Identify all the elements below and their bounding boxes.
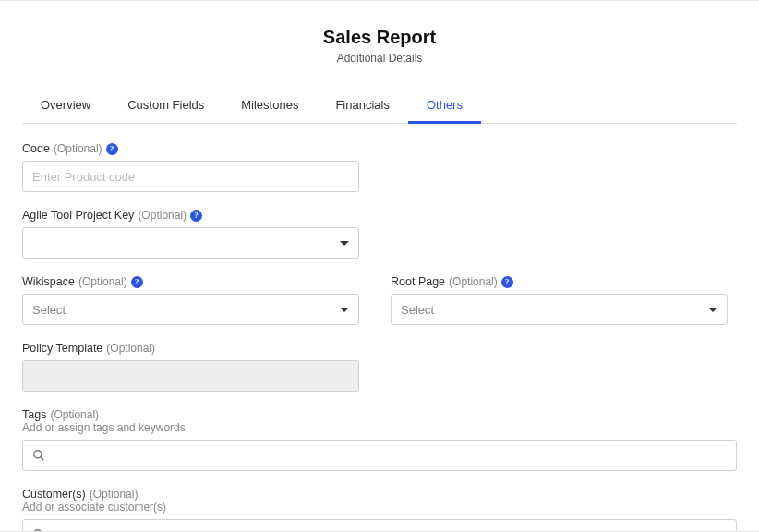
help-icon[interactable]: ? (131, 276, 143, 288)
root-page-select[interactable]: Select (391, 294, 728, 325)
wikispace-value: Select (32, 303, 66, 317)
svg-line-1 (41, 457, 44, 461)
tags-hint: Add or assign tags and keywords (22, 421, 737, 434)
help-icon[interactable]: ? (106, 143, 118, 155)
policy-template-optional: (Optional) (106, 342, 155, 355)
wikispace-optional: (Optional) (78, 275, 127, 288)
customers-input[interactable] (53, 520, 727, 532)
root-page-value: Select (401, 303, 434, 317)
page-title: Sales Report (22, 27, 737, 48)
agile-key-select[interactable] (22, 227, 359, 259)
customers-hint: Add or associate customer(s) (22, 501, 737, 514)
wikispace-label: Wikispace (22, 275, 75, 288)
tags-optional: (Optional) (50, 408, 99, 421)
root-page-label: Root Page (391, 275, 445, 288)
root-page-group: Root Page (Optional) ? Select (391, 275, 728, 325)
agile-key-optional: (Optional) (138, 209, 187, 222)
tab-custom-fields[interactable]: Custom Fields (109, 89, 223, 124)
help-icon[interactable]: ? (190, 210, 202, 222)
tab-bar: Overview Custom Fields Milestones Financ… (22, 89, 737, 124)
customers-optional: (Optional) (90, 488, 139, 501)
wikispace-select[interactable]: Select (22, 294, 359, 325)
policy-template-input (22, 360, 359, 392)
tags-input-wrap[interactable] (22, 440, 737, 471)
chevron-down-icon (340, 308, 349, 312)
search-icon (32, 528, 45, 532)
code-optional: (Optional) (54, 142, 102, 155)
search-icon (32, 449, 45, 462)
customers-label: Customer(s) (22, 488, 86, 501)
form-body: Code (Optional) ? Agile Tool Project Key… (22, 124, 737, 532)
help-icon[interactable]: ? (501, 276, 513, 288)
wikispace-group: Wikispace (Optional) ? Select (22, 275, 359, 325)
code-group: Code (Optional) ? (22, 142, 359, 192)
agile-key-group: Agile Tool Project Key (Optional) ? (22, 209, 359, 259)
agile-key-label: Agile Tool Project Key (22, 209, 134, 222)
tab-milestones[interactable]: Milestones (223, 89, 317, 124)
tab-financials[interactable]: Financials (317, 89, 408, 124)
customers-input-wrap[interactable] (22, 519, 737, 532)
policy-template-label: Policy Template (22, 342, 102, 355)
svg-point-0 (34, 451, 42, 458)
tags-input[interactable] (53, 441, 727, 470)
chevron-down-icon (708, 308, 717, 312)
chevron-down-icon (340, 241, 349, 246)
policy-template-group: Policy Template (Optional) (22, 342, 359, 392)
tab-others[interactable]: Others (408, 89, 481, 124)
customers-group: Customer(s) (Optional) Add or associate … (22, 488, 737, 532)
tags-label: Tags (22, 408, 46, 421)
page-header: Sales Report Additional Details (22, 1, 737, 72)
root-page-optional: (Optional) (449, 275, 498, 288)
code-input[interactable] (22, 161, 359, 192)
tab-overview[interactable]: Overview (22, 89, 109, 124)
page-subtitle: Additional Details (22, 52, 737, 65)
code-label: Code (22, 142, 50, 155)
tags-group: Tags (Optional) Add or assign tags and k… (22, 408, 737, 471)
